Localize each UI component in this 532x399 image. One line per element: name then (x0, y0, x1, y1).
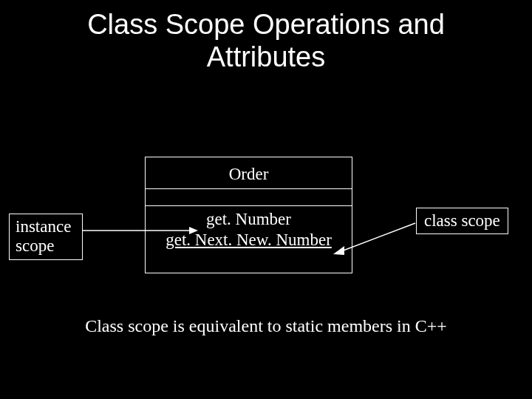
uml-operation-class-scope: get. Next. New. Number (146, 230, 352, 250)
svg-line-2 (341, 223, 415, 251)
title-line-1: Class Scope Operations and (87, 9, 445, 40)
uml-class-box: Order get. Number get. Next. New. Number (145, 157, 352, 273)
uml-operations-compartment: get. Number get. Next. New. Number (146, 206, 352, 250)
instance-scope-label: instance scope (9, 214, 83, 260)
title-line-2: Attributes (207, 41, 326, 72)
uml-operation-instance: get. Number (146, 209, 352, 230)
footnote-text: Class scope is equivalent to static memb… (0, 316, 532, 336)
uml-attributes-compartment (146, 189, 352, 205)
class-scope-label: class scope (416, 208, 508, 234)
uml-class-name: Order (146, 157, 352, 188)
slide-title: Class Scope Operations and Attributes (0, 0, 532, 73)
